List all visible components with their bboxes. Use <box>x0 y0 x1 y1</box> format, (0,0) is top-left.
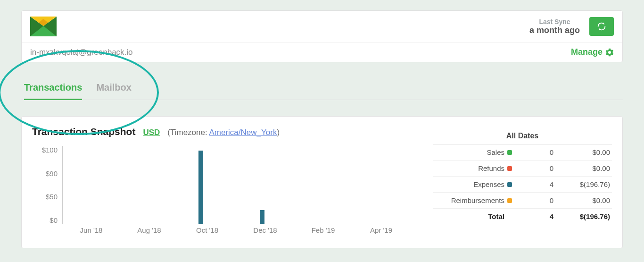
summary-row-count: 0 <box>525 148 553 156</box>
x-tick: Dec '18 <box>236 226 294 236</box>
summary-row-amount: $(196.76) <box>553 180 610 188</box>
color-swatch <box>507 166 512 171</box>
summary-row-label: Reimbursements <box>435 196 507 204</box>
timezone-wrap: (Timezone: America/New_York) <box>167 128 280 137</box>
color-swatch <box>507 198 512 203</box>
currency-link[interactable]: USD <box>143 128 160 137</box>
manage-link[interactable]: Manage <box>571 47 614 57</box>
sync-label: Last Sync <box>529 18 580 25</box>
summary-row-label: Refunds <box>435 164 507 172</box>
summary-row-count: 0 <box>525 196 553 204</box>
x-tick: Feb '19 <box>294 226 352 236</box>
refresh-icon <box>596 21 607 32</box>
gear-icon <box>605 48 614 57</box>
summary-row: Sales0$0.00 <box>433 144 612 161</box>
header-card: Last Sync a month ago in-mxzkvqolaj@gree… <box>21 10 623 62</box>
summary-total-label: Total <box>435 212 507 220</box>
sync-button[interactable] <box>589 17 614 36</box>
summary-row-amount: $0.00 <box>553 148 610 156</box>
color-swatch <box>507 182 512 187</box>
x-tick: Jun '18 <box>62 226 120 236</box>
tab-transactions[interactable]: Transactions <box>24 77 82 100</box>
tab-mailbox[interactable]: Mailbox <box>96 77 131 100</box>
manage-label: Manage <box>571 47 603 57</box>
timezone-link[interactable]: America/New_York <box>209 128 277 137</box>
y-tick: $0 <box>32 216 58 224</box>
summary-total-amount: $(196.76) <box>553 212 610 220</box>
snapshot-title: Transaction Snapshot <box>32 126 135 137</box>
y-tick: $100 <box>32 146 58 154</box>
summary-row-amount: $0.00 <box>553 164 610 172</box>
summary-total-row: Total4$(196.76) <box>433 209 612 224</box>
summary-row-label: Expenses <box>435 180 507 188</box>
account-email: in-mxzkvqolaj@greenback.io <box>30 48 133 57</box>
summary-row-count: 4 <box>525 180 553 188</box>
mailbox-logo <box>30 17 57 36</box>
y-tick: $50 <box>32 193 58 201</box>
x-tick: Oct '18 <box>178 226 236 236</box>
tz-prefix: (Timezone: <box>167 128 209 137</box>
summary-total-count: 4 <box>525 212 553 220</box>
x-tick: Apr '19 <box>352 226 410 236</box>
summary-row: Refunds0$0.00 <box>433 161 612 177</box>
snapshot-chart: $100$90$50$0 Jun '18Aug '18Oct '18Dec '1… <box>32 146 410 236</box>
x-tick: Aug '18 <box>120 226 178 236</box>
summary-row-count: 0 <box>525 164 553 172</box>
summary-row: Expenses4$(196.76) <box>433 177 612 193</box>
summary-row: Reimbursements0$0.00 <box>433 193 612 209</box>
summary-row-label: Sales <box>435 148 507 156</box>
sync-time: a month ago <box>529 25 580 35</box>
snapshot-card: Transaction Snapshot USD (Timezone: Amer… <box>21 116 623 248</box>
sync-info: Last Sync a month ago <box>529 18 580 35</box>
summary-row-amount: $0.00 <box>553 196 610 204</box>
chart-bar <box>260 210 264 224</box>
color-swatch <box>507 150 512 155</box>
tabs: Transactions Mailbox <box>21 77 623 100</box>
chart-bar <box>198 151 203 224</box>
tz-suffix: ) <box>277 128 280 137</box>
y-tick: $90 <box>32 169 58 177</box>
summary-title: All Dates <box>433 132 612 144</box>
